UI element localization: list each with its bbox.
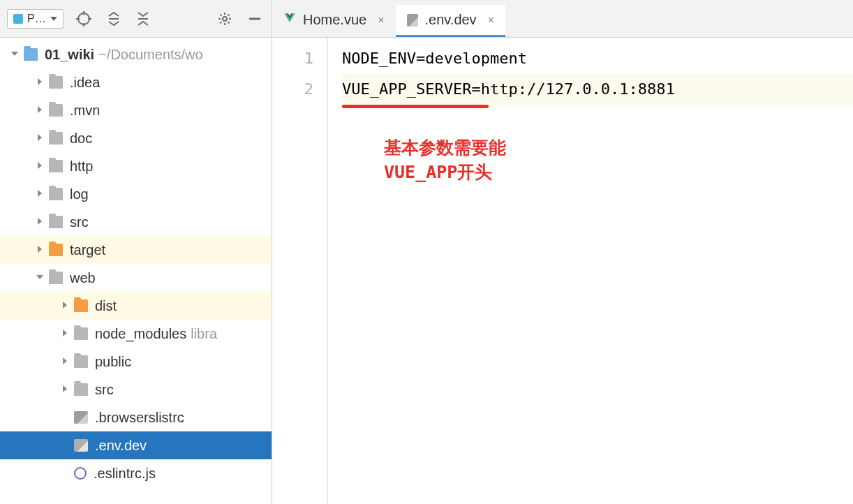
chevron-right-icon[interactable] bbox=[34, 161, 46, 172]
chevron-right-icon[interactable] bbox=[59, 356, 71, 367]
close-icon[interactable]: × bbox=[488, 14, 494, 27]
tree-item-http[interactable]: http bbox=[0, 152, 272, 180]
tree-item-label: dist bbox=[95, 298, 117, 314]
tree-item-label: web bbox=[70, 270, 96, 286]
folder-icon bbox=[49, 104, 63, 117]
tree-item-label: log bbox=[70, 186, 89, 202]
chevron-down-icon bbox=[8, 49, 21, 60]
annotation-underline bbox=[342, 105, 489, 108]
chevron-right-icon[interactable] bbox=[34, 216, 46, 228]
tree-item-hint: libra bbox=[191, 326, 217, 342]
chevron-right-icon[interactable] bbox=[34, 105, 46, 116]
folder-icon bbox=[49, 160, 63, 172]
file-icon bbox=[407, 14, 418, 27]
tree-item-label: src bbox=[70, 214, 89, 230]
chevron-right-icon[interactable] bbox=[59, 300, 71, 311]
tree-item-node_modules[interactable]: node_moduleslibra bbox=[0, 320, 272, 348]
tree-item-label: .eslintrc.js bbox=[94, 466, 156, 482]
project-icon bbox=[13, 14, 23, 24]
project-sidebar: P… bbox=[0, 0, 272, 504]
folder-icon bbox=[74, 355, 88, 368]
tree-root-name: 01_wiki bbox=[45, 47, 94, 63]
tree-item-label: src bbox=[95, 382, 114, 398]
svg-point-7 bbox=[223, 17, 227, 21]
folder-icon bbox=[49, 216, 63, 228]
settings-button[interactable] bbox=[214, 8, 235, 29]
folder-icon bbox=[24, 48, 38, 61]
collapse-icon bbox=[136, 12, 150, 26]
gear-icon bbox=[217, 11, 232, 27]
project-label: P… bbox=[27, 13, 46, 25]
eslint-icon bbox=[74, 467, 87, 480]
tree-item-label: .env.dev bbox=[95, 438, 147, 454]
chevron-right-icon[interactable] bbox=[59, 328, 71, 339]
annotation-text: 基本参数需要能 VUE_APP开头 bbox=[384, 135, 506, 184]
target-button[interactable] bbox=[73, 8, 94, 29]
chevron-right-icon[interactable] bbox=[34, 133, 46, 144]
expand-all-button[interactable] bbox=[104, 9, 124, 29]
folder-icon bbox=[74, 383, 88, 396]
tree-item-doc[interactable]: doc bbox=[0, 124, 272, 152]
folder-icon bbox=[49, 76, 63, 89]
minimize-button[interactable] bbox=[245, 9, 265, 29]
tab-Homevue[interactable]: Home.vue× bbox=[272, 5, 396, 37]
folder-icon bbox=[49, 272, 63, 284]
tree-item-envdev[interactable]: .env.dev bbox=[0, 431, 272, 459]
collapse-all-button[interactable] bbox=[133, 9, 153, 29]
code-area[interactable]: NODE_ENV=development VUE_APP_SERVER=http… bbox=[328, 38, 853, 504]
file-icon bbox=[74, 439, 88, 452]
close-icon[interactable]: × bbox=[378, 14, 384, 27]
tree-item-label: http bbox=[70, 158, 93, 175]
folder-icon bbox=[49, 244, 63, 256]
chevron-down-icon[interactable] bbox=[34, 272, 46, 283]
chevron-right-icon[interactable] bbox=[34, 244, 46, 255]
code-line[interactable]: NODE_ENV=development bbox=[342, 43, 853, 74]
chevron-right-icon[interactable] bbox=[34, 77, 46, 88]
code-line[interactable]: VUE_APP_SERVER=http://127.0.0.1:8881 bbox=[342, 74, 853, 105]
chevron-down-icon bbox=[50, 17, 57, 21]
tree-item-label: doc bbox=[70, 131, 92, 147]
tab-envdev[interactable]: .env.dev× bbox=[396, 5, 505, 37]
target-icon bbox=[76, 11, 91, 27]
tree-item-mvn[interactable]: .mvn bbox=[0, 96, 272, 124]
project-tree[interactable]: 01_wiki ~/Documents/wo .idea.mvndochttpl… bbox=[0, 38, 272, 504]
tree-item-public[interactable]: public bbox=[0, 348, 272, 376]
file-icon bbox=[74, 411, 88, 424]
vue-icon bbox=[283, 12, 296, 28]
sidebar-toolbar: P… bbox=[0, 0, 272, 38]
gutter-line: 1 bbox=[272, 43, 313, 74]
tree-item-eslintrcjs[interactable]: .eslintrc.js bbox=[0, 459, 272, 487]
tree-item-target[interactable]: target bbox=[0, 236, 272, 264]
chevron-right-icon[interactable] bbox=[59, 384, 71, 395]
tree-item-log[interactable]: log bbox=[0, 180, 272, 208]
folder-icon bbox=[74, 327, 88, 340]
editor-body[interactable]: 1 2 NODE_ENV=development VUE_APP_SERVER=… bbox=[272, 38, 853, 504]
tab-label: .env.dev bbox=[425, 12, 477, 28]
tree-item-browserslistrc[interactable]: .browserslistrc bbox=[0, 403, 272, 431]
tree-item-web[interactable]: web bbox=[0, 264, 272, 292]
tree-item-label: .mvn bbox=[70, 103, 100, 119]
folder-icon bbox=[49, 188, 63, 200]
folder-icon bbox=[74, 299, 88, 312]
tab-label: Home.vue bbox=[303, 12, 366, 28]
chevron-right-icon[interactable] bbox=[34, 188, 46, 200]
tree-item-label: node_modules bbox=[95, 326, 186, 342]
annotation-line: VUE_APP开头 bbox=[384, 160, 506, 184]
tree-item-label: public bbox=[95, 354, 131, 370]
tree-item-src[interactable]: src bbox=[0, 208, 272, 236]
editor-tabs: Home.vue×.env.dev× bbox=[272, 0, 853, 38]
tree-item-idea[interactable]: .idea bbox=[0, 68, 272, 96]
svg-point-0 bbox=[78, 13, 89, 24]
tree-item-label: .browserslistrc bbox=[95, 410, 184, 426]
project-selector[interactable]: P… bbox=[7, 9, 64, 29]
tree-root[interactable]: 01_wiki ~/Documents/wo bbox=[0, 40, 272, 68]
expand-icon bbox=[107, 12, 121, 26]
minimize-icon bbox=[248, 12, 262, 26]
tree-item-dist[interactable]: dist bbox=[0, 292, 272, 320]
tree-item-src[interactable]: src bbox=[0, 376, 272, 403]
tree-root-path: ~/Documents/wo bbox=[98, 47, 203, 63]
folder-icon bbox=[49, 132, 63, 144]
tree-item-label: .idea bbox=[70, 75, 100, 91]
tree-item-label: target bbox=[70, 242, 105, 258]
editor-panel: Home.vue×.env.dev× 1 2 NODE_ENV=developm… bbox=[272, 0, 853, 504]
